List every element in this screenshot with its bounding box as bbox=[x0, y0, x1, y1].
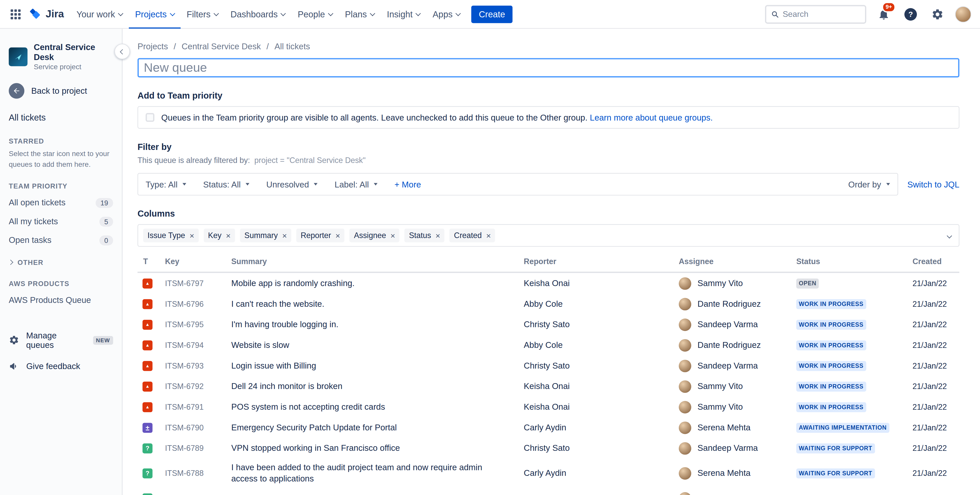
table-row[interactable]: ITSM-6790 Emergency Security Patch Updat… bbox=[137, 417, 959, 438]
queue-groups-learn-more-link[interactable]: Learn more about queue groups. bbox=[590, 113, 713, 122]
sidebar-collapse-button[interactable] bbox=[114, 44, 130, 59]
table-row[interactable] bbox=[137, 488, 959, 495]
team-priority-checkbox[interactable] bbox=[146, 113, 154, 122]
issue-key[interactable]: ITSM-6795 bbox=[165, 320, 231, 329]
column-chip[interactable]: Summary bbox=[240, 228, 291, 243]
user-avatar[interactable] bbox=[955, 6, 971, 22]
switch-to-jql-link[interactable]: Switch to JQL bbox=[907, 179, 959, 189]
column-chip[interactable]: Status bbox=[405, 228, 445, 243]
assignee-avatar bbox=[679, 380, 691, 393]
issue-summary[interactable]: Emergency Security Patch Update for Port… bbox=[231, 418, 524, 437]
top-nav-item[interactable]: Dashboards bbox=[224, 0, 291, 29]
issue-summary[interactable]: Mobile app is randomly crashing. bbox=[231, 274, 524, 292]
issue-key[interactable]: ITSM-6789 bbox=[165, 444, 231, 452]
chip-remove-icon[interactable] bbox=[189, 232, 194, 240]
create-button[interactable]: Create bbox=[471, 5, 512, 23]
sidebar-queue-item[interactable]: All open tickets 19 bbox=[0, 194, 122, 212]
table-row[interactable]: ITSM-6788 I have been added to the audit… bbox=[137, 459, 959, 488]
issue-summary[interactable]: VPN stopped working in San Francisco off… bbox=[231, 439, 524, 457]
sidebar-queue-item[interactable]: Open tasks 0 bbox=[0, 231, 122, 249]
sidebar-item-all-tickets[interactable]: All tickets bbox=[0, 105, 122, 128]
sidebar-queue-item[interactable]: All my tickets 5 bbox=[0, 212, 122, 231]
chip-remove-icon[interactable] bbox=[226, 232, 231, 240]
manage-queues[interactable]: Manage queues NEW bbox=[0, 325, 122, 355]
table-row[interactable]: ITSM-6794 Website is slow Abby Cole Dant… bbox=[137, 335, 959, 355]
issue-key[interactable]: ITSM-6788 bbox=[165, 469, 231, 478]
filter-dropdown[interactable]: Label: All bbox=[334, 179, 377, 189]
issue-type-icon bbox=[143, 299, 153, 309]
chip-remove-icon[interactable] bbox=[486, 232, 491, 240]
jira-logo[interactable]: Jira bbox=[29, 7, 64, 21]
chevron-down-icon bbox=[947, 233, 952, 238]
global-search[interactable] bbox=[765, 5, 866, 23]
help-button[interactable]: ? bbox=[901, 5, 920, 23]
issue-status-cell: WAITING FOR SUPPORT bbox=[796, 443, 913, 453]
issue-created: 21/Jan/22 bbox=[913, 469, 959, 478]
columns-select-chevron[interactable] bbox=[948, 230, 951, 241]
top-nav-item[interactable]: Plans bbox=[339, 0, 380, 29]
issue-summary[interactable]: I'm having trouble logging in. bbox=[231, 315, 524, 333]
queue-name-input[interactable] bbox=[137, 58, 959, 78]
breadcrumb-item[interactable]: All tickets bbox=[275, 42, 310, 51]
issue-type-icon bbox=[143, 319, 153, 330]
table-row[interactable]: ITSM-6792 Dell 24 inch monitor is broken… bbox=[137, 376, 959, 397]
issue-type-cell bbox=[137, 468, 165, 478]
issue-key[interactable]: ITSM-6792 bbox=[165, 382, 231, 390]
issue-summary[interactable]: POS system is not accepting credit cards bbox=[231, 398, 524, 416]
sidebar-item-aws-products-queue[interactable]: AWS Products Queue bbox=[0, 291, 122, 309]
issue-summary[interactable]: I have been added to the audit project t… bbox=[231, 459, 524, 488]
chip-remove-icon[interactable] bbox=[282, 232, 287, 240]
top-nav-item[interactable]: Apps bbox=[426, 0, 466, 29]
give-feedback[interactable]: Give feedback bbox=[0, 355, 122, 377]
column-chip[interactable]: Assignee bbox=[350, 228, 400, 243]
issue-created: 21/Jan/22 bbox=[913, 403, 959, 411]
table-row[interactable]: ITSM-6796 I can't reach the website. Abb… bbox=[137, 294, 959, 314]
table-row[interactable]: ITSM-6795 I'm having trouble logging in.… bbox=[137, 314, 959, 335]
issue-key[interactable]: ITSM-6790 bbox=[165, 423, 231, 432]
breadcrumb-item[interactable]: Projects bbox=[137, 42, 168, 51]
top-nav-item[interactable]: Your work bbox=[70, 0, 129, 29]
issue-summary[interactable]: Dell 24 inch monitor is broken bbox=[231, 377, 524, 395]
chip-remove-icon[interactable] bbox=[391, 232, 395, 240]
issue-key[interactable]: ITSM-6791 bbox=[165, 403, 231, 411]
chip-remove-icon[interactable] bbox=[336, 232, 340, 240]
more-filters-button[interactable]: + More bbox=[395, 179, 421, 189]
back-to-project[interactable]: Back to project bbox=[0, 77, 122, 105]
issue-summary[interactable]: I can't reach the website. bbox=[231, 295, 524, 313]
megaphone-icon bbox=[9, 361, 19, 372]
issue-key[interactable]: ITSM-6796 bbox=[165, 299, 231, 308]
table-row[interactable]: ITSM-6797 Mobile app is randomly crashin… bbox=[137, 273, 959, 294]
app-switcher-button[interactable] bbox=[6, 5, 25, 23]
table-row[interactable]: ITSM-6791 POS system is not accepting cr… bbox=[137, 397, 959, 417]
top-nav-item[interactable]: Insight bbox=[380, 0, 426, 29]
search-input[interactable] bbox=[783, 10, 860, 19]
column-chip[interactable]: Key bbox=[204, 228, 235, 243]
top-nav-item[interactable]: People bbox=[291, 0, 339, 29]
settings-button[interactable] bbox=[928, 5, 947, 23]
issue-key[interactable]: ITSM-6793 bbox=[165, 362, 231, 370]
column-chip[interactable]: Created bbox=[450, 228, 495, 243]
status-lozenge: OPEN bbox=[796, 279, 819, 288]
chip-remove-icon[interactable] bbox=[436, 232, 441, 240]
issue-key[interactable]: ITSM-6794 bbox=[165, 341, 231, 349]
issue-key[interactable]: ITSM-6797 bbox=[165, 279, 231, 287]
notifications-button[interactable]: 9+ bbox=[875, 5, 893, 23]
project-name: Central Service Desk bbox=[34, 43, 113, 63]
issue-type-cell bbox=[137, 299, 165, 309]
filter-dropdown[interactable]: Status: All bbox=[203, 179, 250, 189]
top-nav-item[interactable]: Filters bbox=[180, 0, 224, 29]
table-row[interactable]: ITSM-6793 Login issue with Billing Chris… bbox=[137, 355, 959, 376]
filter-dropdown[interactable]: Type: All bbox=[146, 179, 186, 189]
sidebar-section-other[interactable]: OTHER bbox=[0, 249, 122, 270]
order-by-dropdown[interactable]: Order by bbox=[848, 179, 890, 189]
breadcrumb-item[interactable]: Central Service Desk bbox=[181, 42, 261, 51]
column-chip[interactable]: Issue Type bbox=[143, 228, 199, 243]
issue-summary[interactable]: Login issue with Billing bbox=[231, 357, 524, 375]
top-nav-item[interactable]: Projects bbox=[129, 0, 180, 29]
issue-summary[interactable]: Website is slow bbox=[231, 336, 524, 354]
columns-select[interactable]: Issue Type Key Summary Reporter Assignee… bbox=[137, 224, 959, 247]
filter-dropdown[interactable]: Unresolved bbox=[266, 179, 318, 189]
table-row[interactable]: ITSM-6789 VPN stopped working in San Fra… bbox=[137, 438, 959, 459]
column-chip[interactable]: Reporter bbox=[296, 228, 345, 243]
assignee-avatar bbox=[679, 492, 691, 495]
